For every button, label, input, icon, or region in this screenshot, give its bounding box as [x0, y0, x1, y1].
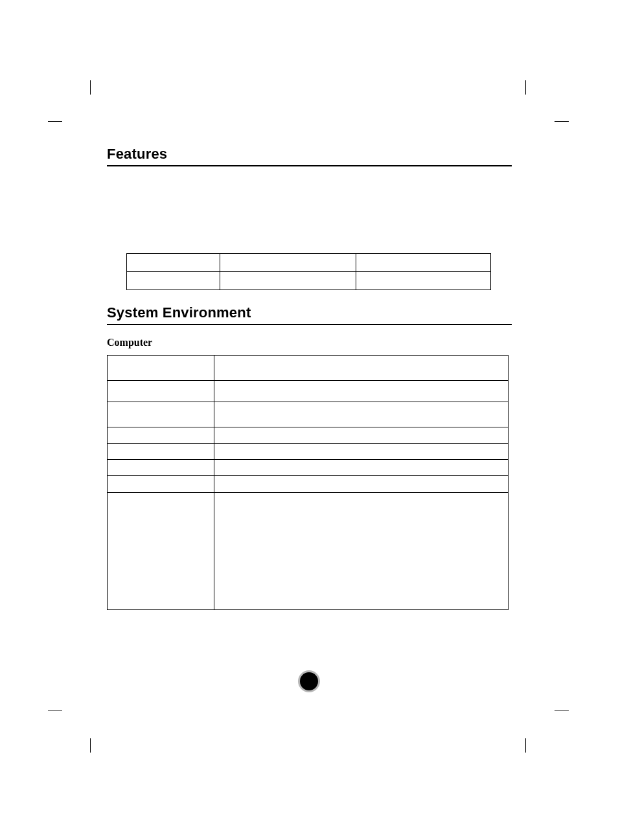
system-environment-heading-rule — [107, 324, 512, 325]
features-heading: Features — [107, 146, 512, 163]
crop-mark — [525, 80, 526, 95]
table-cell — [127, 272, 220, 290]
features-heading-rule — [107, 165, 512, 166]
document-page: Features System Environment Computer — [0, 0, 618, 840]
table-cell — [214, 476, 509, 493]
table-row — [108, 493, 509, 610]
crop-mark — [48, 710, 62, 710]
table-cell — [108, 356, 214, 381]
table-cell — [214, 460, 509, 476]
table-cell — [220, 272, 356, 290]
package-contents-table — [126, 253, 491, 290]
table-row — [108, 381, 509, 402]
crop-mark — [90, 80, 91, 95]
crop-mark — [555, 121, 569, 122]
table-cell — [214, 381, 509, 402]
crop-mark — [525, 738, 526, 753]
content-area: Features System Environment Computer — [107, 146, 512, 610]
table-cell — [127, 254, 220, 272]
table-cell — [108, 427, 214, 444]
table-row — [108, 427, 509, 444]
table-cell — [108, 381, 214, 402]
table-row — [127, 254, 491, 272]
crop-mark — [555, 710, 569, 710]
table-row — [108, 402, 509, 427]
table-cell — [220, 254, 356, 272]
system-environment-table — [107, 355, 509, 610]
table-cell — [108, 402, 214, 427]
table-cell — [108, 444, 214, 460]
table-cell — [214, 356, 509, 381]
table-row — [108, 460, 509, 476]
table-cell — [108, 460, 214, 476]
table-cell — [356, 254, 490, 272]
table-cell — [214, 402, 509, 427]
table-cell — [356, 272, 490, 290]
page-number-badge — [298, 670, 320, 692]
system-environment-heading: System Environment — [107, 304, 512, 321]
computer-subheading: Computer — [107, 337, 512, 348]
page-badge-inner-circle — [300, 672, 318, 690]
crop-mark — [90, 738, 91, 753]
table-cell — [108, 476, 214, 493]
table-cell — [214, 493, 509, 610]
table-row — [108, 444, 509, 460]
table-row — [127, 272, 491, 290]
table-row — [108, 476, 509, 493]
table-cell — [108, 493, 214, 610]
crop-mark — [48, 121, 62, 122]
table-cell — [214, 444, 509, 460]
table-row — [108, 356, 509, 381]
table-cell — [214, 427, 509, 444]
